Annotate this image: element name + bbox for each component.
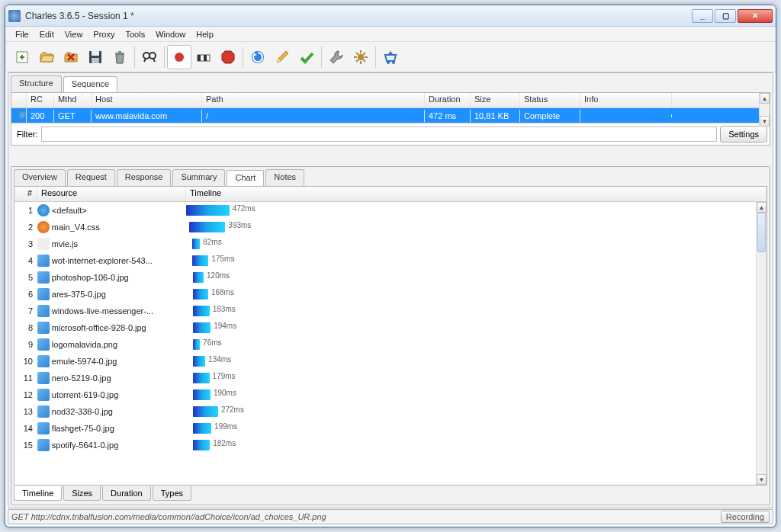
publish-icon[interactable] — [378, 45, 403, 69]
firefox-icon — [37, 221, 50, 233]
bar-label: 190ms — [214, 389, 236, 397]
save-icon[interactable] — [83, 45, 108, 69]
col-path[interactable]: Path — [202, 93, 425, 107]
col-timeline[interactable]: Timeline — [186, 187, 767, 201]
tab-structure[interactable]: Structure — [11, 75, 62, 92]
settings-icon[interactable] — [349, 45, 373, 69]
tab-chart[interactable]: Chart — [227, 170, 264, 187]
scroll-up-icon[interactable]: ▲ — [757, 202, 767, 213]
validate-icon[interactable] — [294, 45, 319, 69]
tab-notes[interactable]: Notes — [265, 169, 304, 186]
chart-row[interactable]: 11nero-5219-0.jpg179ms — [14, 370, 756, 386]
tab-request[interactable]: Request — [67, 169, 115, 186]
scroll-down-icon[interactable]: ▼ — [760, 116, 770, 127]
chart-row[interactable]: 6ares-375-0.jpg168ms — [14, 286, 756, 303]
col-status[interactable]: Status — [520, 93, 580, 107]
btab-timeline[interactable]: Timeline — [14, 486, 62, 501]
scroll-up-icon[interactable]: ▲ — [760, 93, 770, 104]
resource-name: wot-internet-explorer-543... — [52, 256, 186, 265]
tab-response[interactable]: Response — [117, 169, 172, 186]
row-num: 4 — [14, 256, 37, 265]
col-num[interactable]: # — [14, 187, 37, 201]
menu-edit[interactable]: Edit — [34, 28, 59, 40]
img-icon — [37, 305, 50, 317]
chart-row[interactable]: 2main_V4.css393ms — [14, 219, 756, 236]
menu-help[interactable]: Help — [191, 28, 219, 40]
close-session-icon[interactable] — [59, 45, 83, 69]
img-icon — [37, 422, 50, 434]
timeline-bar — [193, 289, 208, 300]
tab-sequence[interactable]: Sequence — [63, 76, 118, 93]
minimize-button[interactable]: _ — [692, 9, 713, 23]
globe-icon — [37, 204, 50, 216]
toolbar-separator — [321, 46, 322, 68]
statusbar: GET http://cdnx.tribalfusion.com/media/c… — [8, 509, 773, 524]
tab-summary[interactable]: Summary — [172, 169, 225, 186]
scroll-down-icon[interactable]: ▼ — [757, 474, 767, 485]
menu-tools[interactable]: Tools — [120, 28, 150, 40]
menu-view[interactable]: View — [59, 28, 88, 40]
chart-scrollbar[interactable]: ▲ ▼ — [756, 202, 767, 485]
edit-icon[interactable] — [270, 45, 294, 69]
svg-rect-4 — [115, 53, 124, 54]
chart-row[interactable]: 15spotify-5641-0.jpg182ms — [14, 437, 756, 453]
btab-sizes[interactable]: Sizes — [63, 486, 101, 501]
col-info[interactable]: Info — [580, 93, 672, 107]
menu-proxy[interactable]: Proxy — [88, 28, 120, 40]
close-button[interactable]: ✕ — [738, 9, 773, 23]
chart-row[interactable]: 9logomalavida.png76ms — [14, 336, 756, 353]
titlebar[interactable]: Charles 3.6.5 - Session 1 * _ ▢ ✕ — [5, 5, 776, 27]
chart-row[interactable]: 5photoshop-106-0.jpg120ms — [14, 269, 756, 286]
toolbar-separator — [164, 46, 165, 68]
record-icon[interactable] — [167, 45, 191, 69]
col-duration[interactable]: Duration — [425, 93, 471, 107]
timeline-bar — [193, 406, 218, 417]
timeline-cell: 179ms — [186, 371, 756, 385]
new-session-icon[interactable] — [10, 45, 34, 69]
menu-file[interactable]: File — [10, 28, 34, 40]
throttle-icon[interactable] — [191, 45, 216, 69]
img-icon — [37, 322, 50, 334]
img-icon — [37, 288, 50, 300]
chart-row[interactable]: 3mvie.js82ms — [14, 236, 756, 252]
chart-row[interactable]: 1<default>472ms — [14, 202, 756, 219]
maximize-button[interactable]: ▢ — [715, 9, 736, 23]
svg-rect-3 — [92, 58, 99, 63]
recording-indicator[interactable]: Recording — [721, 511, 770, 523]
chart-row[interactable]: 7windows-live-messenger-...183ms — [14, 303, 756, 319]
bar-label: 179ms — [213, 372, 236, 380]
trash-icon[interactable] — [108, 45, 132, 69]
img-icon — [37, 389, 50, 401]
tab-overview[interactable]: Overview — [14, 169, 66, 186]
chart-row[interactable]: 14flashget-75-0.jpg199ms — [14, 420, 756, 437]
chart-row[interactable]: 13nod32-338-0.jpg272ms — [14, 403, 756, 420]
chart-row[interactable]: 8microsoft-office-928-0.jpg194ms — [14, 319, 756, 336]
menu-window[interactable]: Window — [150, 28, 191, 40]
resource-name: microsoft-office-928-0.jpg — [52, 323, 186, 332]
col-rc[interactable]: RC — [27, 93, 54, 107]
toolbar-separator — [375, 46, 376, 68]
col-method[interactable]: Mthd — [54, 93, 92, 107]
resource-name: main_V4.css — [52, 223, 186, 232]
find-icon[interactable] — [137, 45, 162, 69]
resource-name: spotify-5641-0.jpg — [52, 441, 186, 450]
col-size[interactable]: Size — [471, 93, 520, 107]
settings-button[interactable]: Settings — [720, 126, 767, 143]
col-host[interactable]: Host — [92, 93, 202, 107]
scroll-thumb[interactable] — [757, 213, 766, 252]
open-icon[interactable] — [34, 45, 59, 69]
btab-duration[interactable]: Duration — [102, 486, 151, 501]
col-icon[interactable] — [11, 93, 27, 107]
filter-input[interactable] — [41, 127, 718, 142]
chart-row[interactable]: 4wot-internet-explorer-543...175ms — [14, 252, 756, 269]
col-resource[interactable]: Resource — [37, 187, 186, 201]
stop-icon[interactable] — [216, 45, 240, 69]
chart-row[interactable]: 12utorrent-619-0.jpg190ms — [14, 386, 756, 403]
refresh-icon[interactable] — [246, 45, 270, 69]
table-row[interactable]: 200 GET www.malavida.com / 472 ms 10,81 … — [11, 108, 770, 123]
timeline-bar — [193, 356, 205, 367]
tools-icon[interactable] — [324, 45, 349, 69]
chart-row[interactable]: 10emule-5974-0.jpg134ms — [14, 353, 756, 370]
table-scrollbar[interactable]: ▲ ▼ — [759, 93, 770, 127]
btab-types[interactable]: Types — [153, 486, 191, 501]
